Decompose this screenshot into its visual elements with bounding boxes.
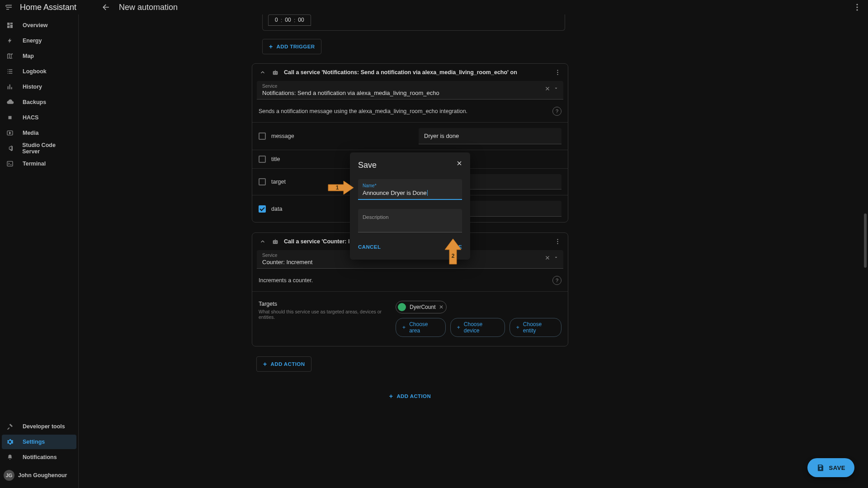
vscode-icon	[5, 145, 14, 152]
add-action-button[interactable]: + Add Action	[256, 356, 311, 372]
service-value: Notifications: Send a notification via a…	[262, 90, 439, 96]
svg-rect-5	[10, 25, 13, 28]
gear-icon	[5, 438, 14, 445]
hamburger-icon[interactable]	[4, 2, 14, 13]
sidebar-item-label: Map	[23, 53, 34, 59]
delay-input[interactable]: 0 : 00 : 00	[268, 14, 311, 26]
more-icon[interactable]	[553, 68, 561, 76]
sidebar-item-media[interactable]: Media	[2, 126, 76, 140]
checkbox-data[interactable]	[259, 205, 266, 213]
user-name: John Goughenour	[18, 472, 67, 479]
plus-icon: +	[269, 43, 273, 50]
dialog-title: Save	[358, 161, 462, 170]
remove-entity-icon[interactable]: ✕	[439, 304, 443, 310]
description-field[interactable]: Description	[358, 209, 462, 232]
message-input[interactable]: Dryer is done	[419, 128, 561, 144]
param-label: title	[271, 156, 280, 162]
plus-icon: +	[457, 324, 460, 331]
help-icon[interactable]: ?	[552, 107, 561, 116]
service-label: Service	[262, 253, 312, 258]
svg-point-2	[856, 9, 858, 10]
svg-rect-12	[7, 161, 13, 166]
clear-icon[interactable]	[544, 255, 552, 262]
param-label: message	[271, 133, 294, 139]
svg-point-20	[274, 242, 275, 242]
choose-device-chip[interactable]: +Choose device	[450, 318, 505, 337]
svg-text:1: 1	[336, 185, 339, 191]
top-more-icon[interactable]	[852, 2, 863, 13]
service-description: Increments a counter.	[259, 277, 313, 284]
dropdown-icon[interactable]	[553, 255, 561, 262]
sidebar-item-logbook[interactable]: Logbook	[2, 64, 76, 79]
cancel-button[interactable]: Cancel	[358, 242, 381, 251]
choose-area-chip[interactable]: +Choose area	[396, 318, 446, 337]
action-title: Call a service 'Notifications: Send a no…	[284, 69, 517, 76]
sidebar: Overview Energy Map Logbook History Back…	[0, 14, 79, 488]
sidebar-item-label: Backups	[23, 99, 46, 105]
checkbox-message[interactable]	[259, 133, 266, 140]
svg-point-16	[557, 70, 558, 71]
help-icon[interactable]: ?	[552, 276, 561, 285]
svg-point-14	[274, 72, 275, 73]
svg-rect-4	[10, 23, 13, 24]
sidebar-item-label: Settings	[23, 439, 45, 445]
sidebar-item-label: Overview	[23, 22, 48, 28]
sidebar-item-hacs[interactable]: HACS	[2, 110, 76, 125]
dropdown-icon[interactable]	[553, 85, 561, 93]
bolt-icon	[5, 37, 14, 44]
back-arrow-icon[interactable]	[101, 2, 112, 13]
sidebar-item-notifications[interactable]: Notifications	[2, 450, 76, 464]
sidebar-item-label: HACS	[23, 114, 38, 121]
chevron-down-icon[interactable]	[259, 237, 267, 246]
hammer-icon	[5, 423, 14, 430]
choose-entity-chip[interactable]: +Choose entity	[509, 318, 561, 337]
sidebar-item-overview[interactable]: Overview	[2, 18, 76, 33]
hacs-icon	[5, 114, 14, 121]
service-label: Service	[262, 84, 439, 89]
plus-icon: +	[263, 360, 267, 368]
sidebar-item-history[interactable]: History	[2, 80, 76, 94]
svg-rect-9	[11, 87, 12, 90]
page-title: New automation	[119, 3, 178, 12]
svg-point-17	[557, 72, 558, 73]
sidebar-item-backups[interactable]: Backups	[2, 95, 76, 109]
sidebar-user[interactable]: JG John Goughenour	[0, 465, 78, 485]
more-icon[interactable]	[553, 237, 561, 246]
chart-icon	[5, 83, 14, 90]
plus-icon: +	[389, 393, 393, 400]
sidebar-item-terminal[interactable]: Terminal	[2, 156, 76, 171]
sidebar-item-devtools[interactable]: Developer tools	[2, 419, 76, 434]
service-select[interactable]: Service Notifications: Send a notificati…	[257, 81, 563, 99]
description-label: Description	[363, 214, 458, 220]
sidebar-item-label: Media	[23, 130, 38, 136]
robot-icon	[271, 237, 279, 246]
avatar: JG	[4, 470, 14, 481]
sidebar-item-studio[interactable]: Studio Code Server	[2, 141, 76, 156]
list-icon	[5, 68, 14, 75]
svg-point-21	[276, 242, 277, 242]
save-icon	[816, 464, 825, 472]
svg-rect-10	[9, 116, 12, 119]
name-field[interactable]: Name* Announce Dryer is Done	[358, 179, 462, 200]
annotation-arrow-2: 2	[445, 239, 461, 265]
plus-icon: +	[402, 324, 406, 331]
param-label: data	[271, 206, 282, 212]
svg-point-23	[557, 241, 558, 242]
clear-icon[interactable]	[544, 85, 552, 93]
svg-point-22	[557, 239, 558, 240]
sidebar-item-label: Terminal	[23, 161, 46, 167]
entity-chip[interactable]: DyerCount ✕	[396, 301, 447, 313]
checkbox-title[interactable]	[259, 156, 266, 163]
add-trigger-button[interactable]: + Add Trigger	[262, 39, 321, 54]
delay-field: 0 : 00 : 00	[262, 14, 565, 31]
sidebar-item-map[interactable]: Map	[2, 49, 76, 63]
save-fab[interactable]: Save	[807, 458, 854, 477]
sidebar-item-settings[interactable]: Settings	[2, 435, 76, 449]
add-action-button-footer[interactable]: + Add Action	[383, 389, 437, 403]
sidebar-item-energy[interactable]: Energy	[2, 33, 76, 48]
scrollbar[interactable]	[864, 213, 867, 268]
chevron-down-icon[interactable]	[259, 68, 267, 76]
annotation-arrow-1: 1	[327, 181, 354, 194]
close-icon[interactable]	[455, 159, 464, 168]
checkbox-target[interactable]	[259, 178, 266, 185]
